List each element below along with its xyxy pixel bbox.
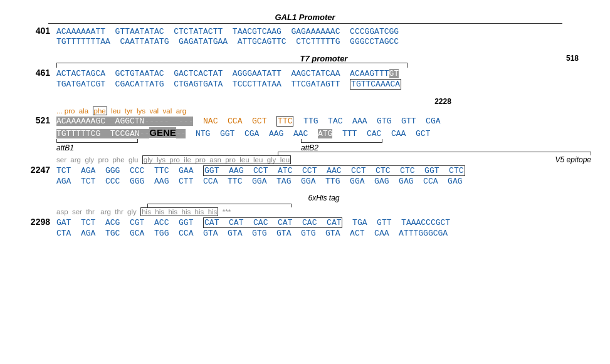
seq-row-2298b: CTA AGA TGC GCA TGG CCA GTA GTA GTG GTA … <box>19 229 591 238</box>
seq-2298-row1: GAT TCT ACG CGT ACC GGT CAT CAT CAC CAT … <box>56 217 591 228</box>
gal1-label: GAL1 Promoter <box>19 13 591 22</box>
seq-521-r1-boxed: TTC <box>276 116 293 127</box>
seq-461-row2: TGATGATCGT CGACATTATG CTGAGTGATA TCCCTTA… <box>56 79 591 90</box>
seq-461-r1-blue: ACTACTAGCA GCTGTAATAC GACTCACTAT AGGGAAT… <box>56 69 389 78</box>
seq-521-r1-gray1: ACAAAAAAGC AGGCTN <box>56 117 144 126</box>
pos-518: 518 <box>566 54 579 63</box>
v5-label: V5 epitope <box>555 155 591 164</box>
seq-2247-row1: TCT AGA GGG CCC TTC GAA GGT AAG CCT ATC … <box>56 165 591 176</box>
his-protein-line: asp ser thr arg thr gly his his his his … <box>56 207 591 216</box>
gal1-section: GAL1 Promoter 401 ACAAAAAATT GTTAATATAC … <box>19 13 591 46</box>
seq-521-r2-atg: ATG <box>318 129 332 138</box>
t7-section: T7 promoter 518 461 ACTACTAGCA GCTGTAATA… <box>19 54 591 90</box>
seq-521-r2-blue1: NTG GGT CGA AAG AAC <box>186 129 318 138</box>
seq-row-461: 461 ACTACTAGCA GCTGTAATAC GACTCACTAT AGG… <box>19 68 591 78</box>
protein-line-521: ... pro ala phe leu tyr lys val val arg <box>56 107 591 115</box>
seq-521-row2: TGTTTTTCG TCCGAN--GENE-- NTG GGT CGA AAG… <box>56 127 591 138</box>
seq-2247-row2: AGA TCT CCC GGG AAG CTT CCA TTC GGA TAG … <box>56 177 591 186</box>
line-num-521: 521 <box>19 115 50 125</box>
his-tag-label: 6xHis tag <box>56 194 591 202</box>
seq-row-2247: 2247 TCT AGA GGG CCC TTC GAA GGT AAG CCT… <box>19 165 591 176</box>
v5-section: V5 epitope ser arg gly pro phe glu gly l… <box>19 155 591 186</box>
seq-row-521b: TGTTTTTCG TCCGAN--GENE-- NTG GGT CGA AAG… <box>19 127 591 138</box>
seq-row-461b: TGATGATCGT CGACATTATG CTGAGTGATA TCCCTTA… <box>19 79 591 90</box>
line-num-461: 461 <box>19 68 50 78</box>
seq-row-521: 521 ACAAAAAAGC AGGCTN----- --- NAC CCA G… <box>19 115 591 127</box>
seq-401-row2: TGTTTTTTTAA CAATTATATG GAGATATGAA ATTGCA… <box>56 37 591 46</box>
seq-461-row1: ACTACTAGCA GCTGTAATAC GACTCACTAT AGGGAAT… <box>56 69 591 78</box>
v5-protein-line: ser arg gly pro phe glu gly lys pro ile … <box>56 155 591 164</box>
seq-521-r1-orange: NAC CCA GCT <box>193 117 276 126</box>
his-tag-section: 6xHis tag asp ser thr arg thr gly his hi… <box>19 194 591 238</box>
line-num-401: 401 <box>19 26 50 36</box>
line-num-2247: 2247 <box>19 165 50 175</box>
attb1-label: attB1 <box>56 143 74 152</box>
gene-section: 2228 ... pro ala phe leu tyr lys val val… <box>19 97 591 148</box>
seq-row-2298: 2298 GAT TCT ACG CGT ACC GGT CAT CAT CAC… <box>19 217 591 228</box>
seq-521-row1: ACAAAAAAGC AGGCTN----- --- NAC CCA GCT T… <box>56 116 591 127</box>
seq-row-2247b: AGA TCT CCC GGG AAG CTT CCA TTC GGA TAG … <box>19 177 591 186</box>
gene-label: GENE <box>149 127 176 138</box>
seq-521-r2-gray: TGTTTTTCG TCCGAN <box>56 129 140 138</box>
attb2-label: attB2 <box>301 143 318 152</box>
line-num-2298: 2298 <box>19 217 50 227</box>
pos-2228: 2228 <box>295 97 591 106</box>
seq-row-401b: TGTTTTTTTAA CAATTATATG GAGATATGAA ATTGCA… <box>19 37 591 46</box>
seq-521-r2-blue2: TTT CAC CAA GCT <box>332 129 430 138</box>
seq-521-r1-blue: TTG TAC AAA GTG GTT CGA <box>293 117 440 126</box>
seq-401-row1: ACAAAAAATT GTTAATATAC CTCTATACTT TAACGTC… <box>56 27 591 36</box>
seq-461-r1-gray: GT <box>389 69 399 78</box>
seq-461-r2-boxed: TGTTCAAACA <box>350 79 401 90</box>
t7-label: T7 promoter <box>300 54 348 63</box>
seq-2298-row2: CTA AGA TGC GCA TGG CCA GTA GTA GTG GTA … <box>56 229 591 238</box>
seq-461-r2-blue: TGATGATCGT CGACATTATG CTGAGTGATA TCCCTTA… <box>56 80 350 89</box>
seq-row-401: 401 ACAAAAAATT GTTAATATAC CTCTATACTT TAA… <box>19 26 591 36</box>
